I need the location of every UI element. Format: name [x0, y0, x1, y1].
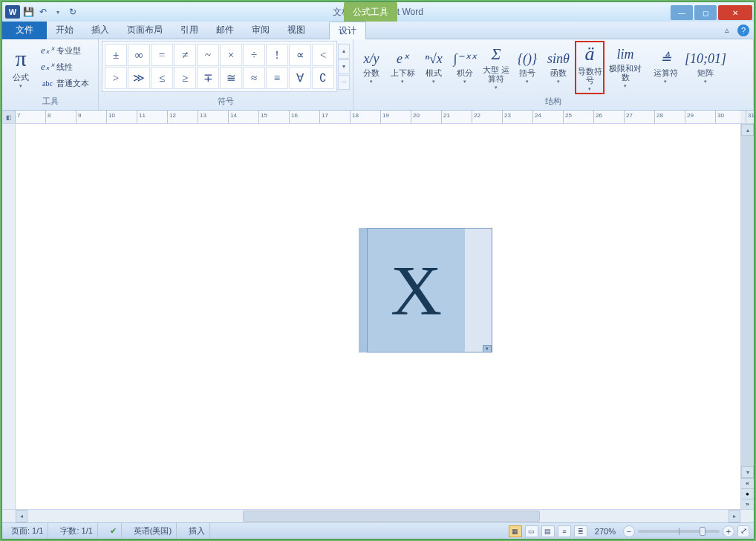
- save-icon[interactable]: 💾: [22, 5, 35, 19]
- qat-more-icon[interactable]: ▾: [51, 5, 65, 19]
- symbol-cell[interactable]: ∀: [289, 67, 311, 89]
- zoom-level[interactable]: 270%: [590, 527, 620, 536]
- tab-page-layout[interactable]: 页面布局: [118, 22, 172, 39]
- status-word-count[interactable]: 字数: 1/1: [56, 523, 97, 539]
- symbol-cell[interactable]: ≥: [174, 67, 196, 89]
- horizontal-scrollbar[interactable]: ◂ ▸: [2, 509, 754, 522]
- ruler-corner[interactable]: ◧: [2, 111, 16, 124]
- symbol-cell[interactable]: ~: [197, 44, 219, 66]
- equation-handle[interactable]: [359, 228, 368, 353]
- structure-分数[interactable]: x/y分数▾: [356, 41, 386, 94]
- scroll-up-icon[interactable]: ▴: [741, 124, 754, 136]
- symbol-cell[interactable]: <: [312, 44, 334, 66]
- vertical-scrollbar[interactable]: ▴ ▾ « ● »: [740, 124, 754, 509]
- zoom-knob[interactable]: [700, 527, 706, 536]
- symbol-more[interactable]: ⋯: [338, 75, 350, 90]
- view-web-icon[interactable]: ▤: [541, 525, 555, 537]
- view-print-layout-icon[interactable]: ▦: [509, 525, 522, 537]
- equation-object[interactable]: X ▾: [359, 228, 492, 353]
- group-tools: π 公式 ▾ eₓˣ专业型 eₓˣ线性 abc普通文本 工具: [2, 39, 99, 110]
- document-canvas[interactable]: X ▾: [16, 124, 740, 509]
- linear-button[interactable]: eₓˣ线性: [38, 59, 92, 75]
- tab-design[interactable]: 设计: [329, 22, 366, 39]
- hscroll-thumb[interactable]: [243, 511, 540, 522]
- dropdown-icon: ▾: [526, 79, 529, 85]
- zoom-slider[interactable]: [638, 530, 720, 533]
- structure-根式[interactable]: ⁿ√x根式▾: [419, 41, 449, 94]
- equation-options-icon[interactable]: ▾: [483, 345, 492, 353]
- tab-insert[interactable]: 插入: [82, 22, 118, 39]
- tab-review[interactable]: 审阅: [243, 22, 278, 39]
- status-insert-mode[interactable]: 插入: [184, 523, 210, 539]
- scroll-left-icon[interactable]: ◂: [16, 510, 27, 522]
- vscroll-thumb[interactable]: [741, 136, 754, 466]
- view-full-screen-icon[interactable]: ▭: [525, 525, 538, 537]
- prev-page-icon[interactable]: «: [741, 478, 754, 488]
- close-button[interactable]: ✕: [718, 5, 752, 20]
- status-proofing-icon[interactable]: ✔: [105, 523, 122, 539]
- redo-icon[interactable]: ↻: [66, 5, 79, 19]
- symbol-cell[interactable]: ×: [220, 44, 242, 66]
- scroll-down-icon[interactable]: ▾: [741, 466, 754, 478]
- zoom-in-button[interactable]: +: [723, 525, 734, 537]
- symbol-cell[interactable]: ±: [105, 44, 127, 66]
- minimize-ribbon-icon[interactable]: ▵: [721, 24, 733, 36]
- browse-object-icon[interactable]: ●: [741, 488, 754, 499]
- word-app-icon[interactable]: W: [5, 5, 20, 19]
- tab-view[interactable]: 视图: [278, 22, 314, 39]
- group-symbols: ±∞=≠~×÷!∝<>≫≤≥∓≅≈≡∀∁ ▴ ▾ ⋯ 符号: [99, 39, 353, 110]
- structure-括号[interactable]: {()}括号▾: [512, 41, 542, 94]
- symbol-cell[interactable]: ∓: [197, 67, 219, 89]
- tab-mailings[interactable]: 邮件: [207, 22, 243, 39]
- symbol-cell[interactable]: ∞: [128, 44, 150, 66]
- symbol-cell[interactable]: ≈: [243, 67, 265, 89]
- symbol-cell[interactable]: =: [151, 44, 173, 66]
- status-language[interactable]: 英语(美国): [129, 523, 177, 539]
- symbol-cell[interactable]: ≤: [151, 67, 173, 89]
- structure-运算符[interactable]: ≜运算符▾: [646, 41, 685, 94]
- normal-text-button[interactable]: abc普通文本: [38, 75, 92, 91]
- equation-content[interactable]: X: [391, 249, 442, 332]
- professional-button[interactable]: eₓˣ专业型: [38, 42, 92, 59]
- symbol-cell[interactable]: ≫: [128, 67, 150, 89]
- symbol-cell[interactable]: ∝: [289, 44, 311, 66]
- minimize-button[interactable]: —: [671, 5, 693, 20]
- tab-file[interactable]: 文件: [2, 22, 47, 39]
- symbol-cell[interactable]: ≠: [174, 44, 196, 66]
- scroll-right-icon[interactable]: ▸: [729, 510, 740, 522]
- horizontal-ruler[interactable]: ◧ 78910111213141516171819202122232425262…: [2, 111, 754, 124]
- status-page[interactable]: 页面: 1/1: [7, 523, 48, 539]
- symbol-cell[interactable]: ≅: [220, 67, 242, 89]
- structure-导数符号[interactable]: ä导数符号▾: [575, 41, 605, 94]
- structure-极限和对数[interactable]: lim极限和对数▾: [606, 41, 645, 94]
- structure-矩阵[interactable]: [10;01]矩阵▾: [686, 41, 725, 94]
- equation-button[interactable]: π 公式 ▾: [5, 41, 36, 94]
- view-outline-icon[interactable]: ≡: [558, 525, 571, 537]
- structure-icon: eˣ: [397, 50, 408, 67]
- next-page-icon[interactable]: »: [741, 499, 754, 509]
- symbol-cell[interactable]: >: [105, 67, 127, 89]
- symbol-cell[interactable]: ≡: [266, 67, 288, 89]
- maximize-button[interactable]: ◻: [694, 5, 717, 20]
- symbol-cell[interactable]: ∁: [312, 67, 334, 89]
- symbol-cell[interactable]: !: [266, 44, 288, 66]
- view-draft-icon[interactable]: ≣: [574, 525, 587, 537]
- zoom-fit-button[interactable]: ⤢: [737, 525, 749, 537]
- structure-积分[interactable]: ∫⁻ˣˣ积分▾: [450, 41, 480, 94]
- dropdown-icon: ▾: [664, 79, 667, 85]
- undo-icon[interactable]: ↶: [36, 5, 50, 19]
- structure-函数[interactable]: sinθ函数▾: [544, 41, 573, 94]
- help-icon[interactable]: ?: [737, 24, 749, 36]
- tab-references[interactable]: 引用: [172, 22, 207, 39]
- zoom-out-button[interactable]: −: [623, 525, 635, 537]
- symbol-scroll-up[interactable]: ▴: [338, 44, 350, 59]
- vertical-ruler[interactable]: [2, 124, 16, 509]
- structure-上下标[interactable]: eˣ上下标▾: [388, 41, 417, 94]
- tab-home[interactable]: 开始: [47, 22, 82, 39]
- structure-icon: [10;01]: [685, 51, 726, 67]
- structure-大型运算符[interactable]: Σ大型 运算符▾: [481, 41, 511, 94]
- symbol-cell[interactable]: ÷: [243, 44, 265, 66]
- ribbon-tabs: 文件 开始 插入 页面布局 引用 邮件 审阅 视图 设计 ▵ ?: [2, 22, 754, 39]
- symbol-scroll-down[interactable]: ▾: [338, 59, 350, 74]
- group-tools-label: 工具: [5, 94, 95, 108]
